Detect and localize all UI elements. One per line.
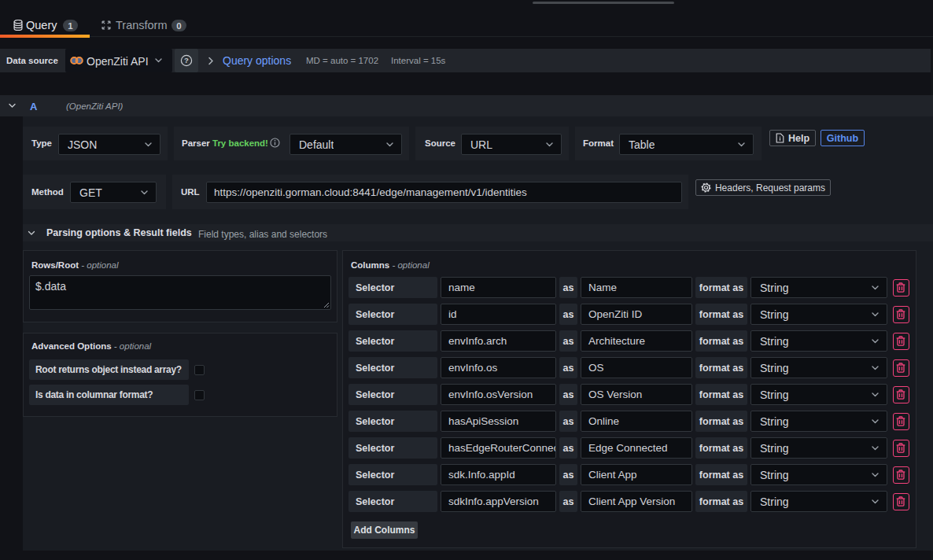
svg-text:?: ?	[184, 56, 189, 64]
